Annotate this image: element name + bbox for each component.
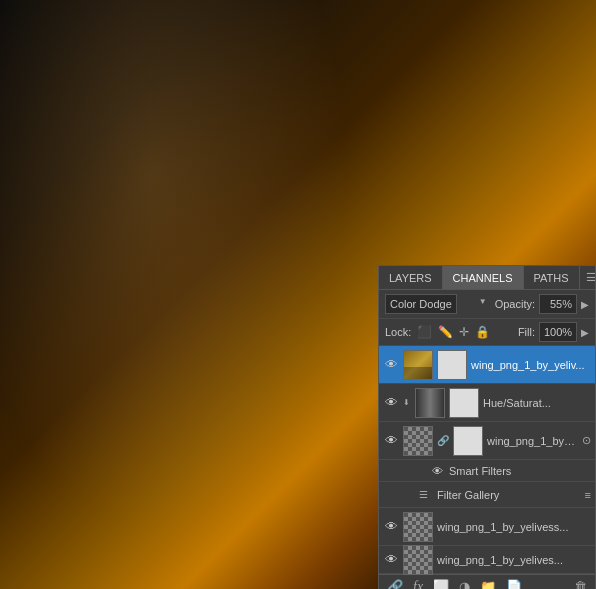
panel-menu-icon[interactable]: ☰ [580,267,596,288]
layer-name: wing_png_1_by_yeliv... [487,435,578,447]
filter-options-icon[interactable]: ≡ [585,489,591,501]
layer-mask-thumbnail [437,350,467,380]
opacity-arrow-icon[interactable]: ▶ [581,299,589,310]
layer-visibility-icon[interactable]: 👁 [383,357,399,373]
layer-name: wing_png_1_by_yelives... [437,554,591,566]
tab-paths[interactable]: PATHS [524,266,580,289]
fill-label: Fill: [518,326,535,338]
smart-object-icon: ⊙ [582,434,591,447]
delete-layer-icon[interactable]: 🗑 [572,579,589,589]
layer-thumbnail [415,388,445,418]
fill-input[interactable] [539,322,577,342]
layer-row[interactable]: 👁 wing_png_1_by_yeliv... [379,346,595,384]
smart-filters-label: Smart Filters [449,465,511,477]
lock-position-icon[interactable]: ✛ [459,325,469,339]
blend-mode-row: Color Dodge Opacity: ▶ [379,290,595,319]
add-mask-icon[interactable]: ⬜ [431,579,451,589]
smart-filters-header: 👁 Smart Filters [379,460,595,482]
figure-overlay [0,0,380,589]
layer-mask-thumbnail [449,388,479,418]
new-layer-icon[interactable]: 📄 [504,579,524,589]
tab-bar: LAYERS CHANNELS PATHS ☰ [379,266,595,290]
lock-row: Lock: ⬛ ✏️ ✛ 🔒 Fill: ▶ [379,319,595,346]
layer-row[interactable]: 👁 ⬇ Hue/Saturat... [379,384,595,422]
layer-visibility-icon[interactable]: 👁 [383,395,399,411]
layer-thumbnail [403,350,433,380]
lock-all-icon[interactable]: 🔒 [475,325,490,339]
filter-icon: ☰ [419,489,433,500]
layer-name: wing_png_1_by_yeliv... [471,359,591,371]
new-adjustment-icon[interactable]: ◑ [457,579,472,589]
panels-container: LAYERS CHANNELS PATHS ☰ Color Dodge Opac… [378,265,596,589]
layer-row[interactable]: 👁 wing_png_1_by_yelivess... [379,508,595,546]
tab-layers[interactable]: LAYERS [379,266,443,289]
lock-label: Lock: [385,326,411,338]
layers-list: 👁 wing_png_1_by_yeliv... 👁 ⬇ Hue/Saturat… [379,346,595,574]
opacity-input[interactable] [539,294,577,314]
lock-image-icon[interactable]: ✏️ [438,325,453,339]
layer-name: wing_png_1_by_yelivess... [437,521,591,533]
main-container: LAYERS CHANNELS PATHS ☰ Color Dodge Opac… [0,0,596,589]
layer-row[interactable]: 👁 wing_png_1_by_yelives... [379,546,595,574]
opacity-label: Opacity: [495,298,535,310]
layer-name: Hue/Saturat... [483,397,591,409]
layer-visibility-icon[interactable]: 👁 [383,519,399,535]
smart-filters-visibility-icon[interactable]: 👁 [429,463,445,479]
layer-fx-icon[interactable]: fx [411,579,425,590]
new-group-icon[interactable]: 📁 [478,579,498,589]
filter-name: Filter Gallery [437,489,499,501]
layer-row[interactable]: 👁 🔗 wing_png_1_by_yeliv... ⊙ [379,422,595,460]
layer-visibility-icon[interactable]: 👁 [383,552,399,568]
link-layers-icon[interactable]: 🔗 [385,579,405,589]
filter-gallery-row[interactable]: ☰ Filter Gallery ≡ [379,482,595,508]
layer-thumbnail [403,545,433,575]
layer-thumbnail [403,426,433,456]
layer-toolbar: 🔗 fx ⬜ ◑ 📁 📄 🗑 [379,574,595,589]
fill-arrow-icon[interactable]: ▶ [581,327,589,338]
chain-icon: 🔗 [437,435,449,446]
blend-mode-select[interactable]: Color Dodge [385,294,457,314]
fill-section: Fill: ▶ [518,322,589,342]
layer-visibility-icon[interactable]: 👁 [383,433,399,449]
lock-transparent-icon[interactable]: ⬛ [417,325,432,339]
layer-thumbnail [403,512,433,542]
clipping-icon: ⬇ [403,398,411,407]
blend-mode-select-wrapper: Color Dodge [385,294,491,314]
layer-smartfilter-mask [453,426,483,456]
tab-channels[interactable]: CHANNELS [443,266,524,289]
